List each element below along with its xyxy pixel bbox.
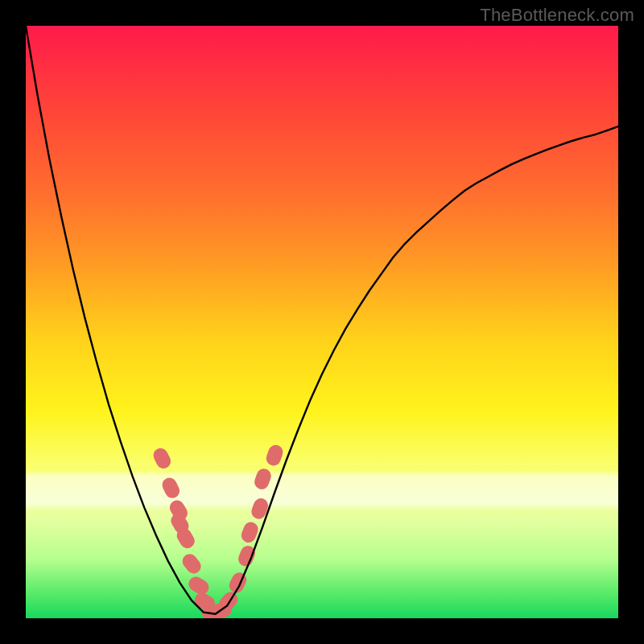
plot-area [26, 26, 618, 618]
chart-frame: TheBottleneck.com [0, 0, 644, 644]
marker-capsule [159, 475, 182, 500]
marker-layer [151, 443, 285, 618]
marker-capsule [264, 443, 285, 468]
watermark-text: TheBottleneck.com [480, 5, 634, 26]
bottleneck-curve [26, 26, 618, 614]
marker-capsule [253, 467, 274, 492]
marker-capsule [227, 570, 250, 595]
marker-capsule [151, 446, 173, 471]
marker-capsule [250, 497, 270, 522]
marker-capsule [180, 551, 204, 577]
chart-overlay [26, 26, 618, 618]
